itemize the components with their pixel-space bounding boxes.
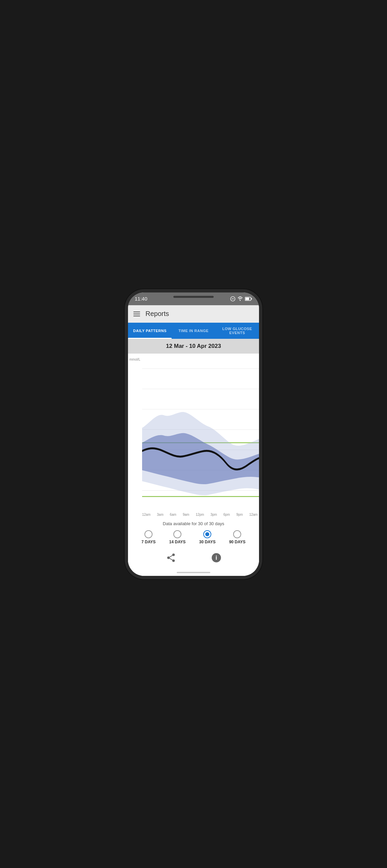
- tab-time-in-range[interactable]: TIME IN RANGE: [172, 323, 215, 339]
- x-label-9pm: 9pm: [236, 513, 242, 517]
- day-radio-90[interactable]: [233, 530, 241, 538]
- day-radio-14[interactable]: [173, 530, 181, 538]
- svg-line-26: [169, 555, 172, 557]
- x-label-12am-end: 12am: [249, 513, 258, 517]
- x-label-9am: 9am: [183, 513, 189, 517]
- x-label-12am-start: 12am: [142, 513, 150, 517]
- day-radio-30[interactable]: [203, 530, 211, 538]
- phone-notch: [173, 296, 214, 298]
- chart-unit: mmol/L: [129, 358, 141, 361]
- x-label-3am: 3am: [157, 513, 163, 517]
- tab-daily-patterns[interactable]: DAILY PATTERNS: [128, 323, 172, 339]
- svg-point-2: [240, 300, 241, 301]
- day-option-30[interactable]: 30 DAYS: [199, 530, 216, 544]
- day-option-14[interactable]: 14 DAYS: [169, 530, 186, 544]
- date-range: 12 Mar - 10 Apr 2023: [128, 339, 259, 353]
- home-bar: [177, 572, 210, 573]
- day-option-7[interactable]: 7 DAYS: [142, 530, 155, 544]
- phone-frame: 11:40: [128, 292, 259, 576]
- chart-container: mmol/L 21 18 15 12: [128, 353, 259, 576]
- day-label-14: 14 DAYS: [169, 539, 186, 544]
- chart-svg: 21 18 15 12 9 6 3: [142, 358, 259, 512]
- day-radio-7[interactable]: [145, 530, 152, 538]
- home-indicator: [128, 569, 259, 576]
- phone-screen: 11:40: [128, 292, 259, 576]
- battery-icon: [245, 297, 252, 301]
- status-icons: [230, 296, 252, 302]
- svg-line-25: [169, 558, 172, 560]
- x-label-6am: 6am: [170, 513, 176, 517]
- chart-wrapper: mmol/L 21 18 15 12: [128, 353, 259, 512]
- svg-point-24: [172, 559, 175, 562]
- wifi-icon: [238, 296, 243, 302]
- share-button[interactable]: [163, 550, 178, 565]
- day-selectors: 7 DAYS 14 DAYS 30 DAYS 90 DAYS: [128, 528, 259, 548]
- info-icon: i: [211, 553, 221, 563]
- day-option-90[interactable]: 90 DAYS: [229, 530, 245, 544]
- svg-rect-5: [251, 298, 252, 300]
- svg-text:i: i: [215, 554, 217, 561]
- day-label-30: 30 DAYS: [199, 539, 216, 544]
- share-icon: [166, 553, 176, 563]
- tab-low-glucose-events[interactable]: LOW GLUCOSE EVENTS: [215, 323, 259, 339]
- x-label-6pm: 6pm: [224, 513, 230, 517]
- tab-bar: DAILY PATTERNS TIME IN RANGE LOW GLUCOSE…: [128, 323, 259, 339]
- x-label-12pm: 12pm: [196, 513, 204, 517]
- day-label-7: 7 DAYS: [142, 539, 155, 544]
- hamburger-icon[interactable]: [133, 312, 140, 316]
- app-header: Reports: [128, 305, 259, 323]
- day-label-90: 90 DAYS: [229, 539, 245, 544]
- svg-point-23: [167, 556, 170, 559]
- date-range-text: 12 Mar - 10 Apr 2023: [166, 343, 221, 349]
- status-time: 11:40: [135, 296, 147, 302]
- x-label-3pm: 3pm: [210, 513, 217, 517]
- status-bar: 11:40: [128, 292, 259, 305]
- info-button[interactable]: i: [209, 550, 224, 565]
- header-title: Reports: [145, 310, 169, 318]
- svg-point-22: [172, 553, 175, 556]
- svg-rect-4: [245, 298, 249, 300]
- bottom-action-bar: i: [128, 548, 259, 569]
- data-available: Data available for 30 of 30 days: [128, 518, 259, 528]
- dnd-icon: [230, 296, 236, 302]
